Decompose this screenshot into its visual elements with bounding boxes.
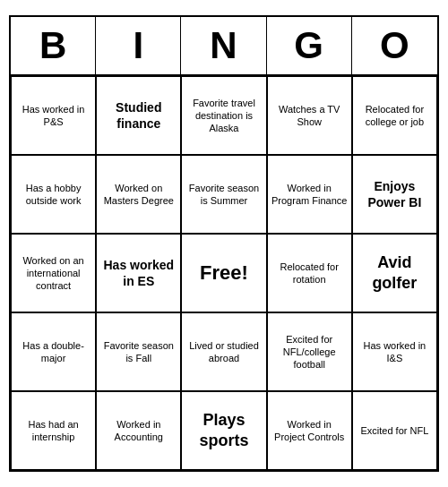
bingo-cell-18: Excited for NFL/college football bbox=[267, 312, 352, 391]
bingo-cell-5: Has a hobby outside work bbox=[11, 155, 96, 234]
bingo-cell-19: Has worked in I&S bbox=[352, 312, 437, 391]
bingo-letter-n: N bbox=[181, 17, 266, 74]
bingo-cell-23: Worked in Project Controls bbox=[267, 391, 352, 470]
bingo-cell-0: Has worked in P&S bbox=[11, 76, 96, 155]
bingo-letter-g: G bbox=[267, 17, 352, 74]
bingo-letter-o: O bbox=[352, 17, 437, 74]
bingo-cell-14: Avid golfer bbox=[352, 234, 437, 312]
bingo-cell-22: Plays sports bbox=[181, 391, 266, 470]
bingo-cell-7: Favorite season is Summer bbox=[181, 155, 266, 234]
bingo-cell-1: Studied finance bbox=[96, 76, 181, 155]
bingo-cell-16: Favorite season is Fall bbox=[96, 312, 181, 391]
bingo-cell-20: Has had an internship bbox=[11, 391, 96, 470]
bingo-cell-24: Excited for NFL bbox=[352, 391, 437, 470]
bingo-cell-6: Worked on Masters Degree bbox=[96, 155, 181, 234]
bingo-cell-13: Relocated for rotation bbox=[267, 234, 352, 312]
bingo-letter-b: B bbox=[11, 17, 96, 74]
bingo-cell-15: Has a double-major bbox=[11, 312, 96, 391]
bingo-cell-17: Lived or studied abroad bbox=[181, 312, 266, 391]
bingo-cell-10: Worked on an international contract bbox=[11, 234, 96, 312]
bingo-grid: Has worked in P&SStudied financeFavorite… bbox=[11, 76, 437, 470]
bingo-cell-8: Worked in Program Finance bbox=[267, 155, 352, 234]
bingo-cell-11: Has worked in ES bbox=[96, 234, 181, 312]
bingo-cell-4: Relocated for college or job bbox=[352, 76, 437, 155]
bingo-cell-21: Worked in Accounting bbox=[96, 391, 181, 470]
bingo-header: BINGO bbox=[11, 17, 437, 76]
bingo-cell-3: Watches a TV Show bbox=[267, 76, 352, 155]
bingo-cell-9: Enjoys Power BI bbox=[352, 155, 437, 234]
bingo-card: BINGO Has worked in P&SStudied financeFa… bbox=[9, 15, 439, 472]
bingo-cell-2: Favorite travel destination is Alaska bbox=[181, 76, 266, 155]
bingo-cell-12: Free! bbox=[181, 234, 266, 312]
bingo-letter-i: I bbox=[96, 17, 181, 74]
